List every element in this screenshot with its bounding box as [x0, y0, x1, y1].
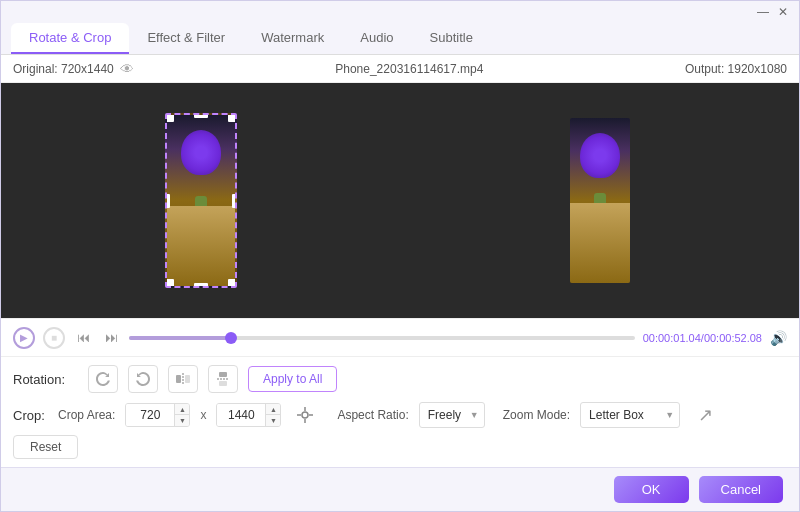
aspect-ratio-select[interactable]: Freely 16:9 4:3 1:1 9:16 [419, 402, 485, 428]
crop-width-input[interactable] [126, 404, 174, 426]
crop-handle-right[interactable] [232, 194, 237, 208]
crop-handle-bottom[interactable] [194, 283, 208, 288]
crop-handle-br[interactable] [228, 279, 236, 287]
flower-decoration-out [580, 133, 620, 178]
svg-rect-0 [176, 375, 181, 383]
crop-handle-left[interactable] [165, 194, 170, 208]
flip-horizontal-button[interactable] [168, 365, 198, 393]
output-video-frame [570, 118, 630, 283]
rotate-cw-button[interactable] [128, 365, 158, 393]
crop-width-down-button[interactable]: ▼ [175, 415, 189, 426]
crop-height-input-group: ▲ ▼ [216, 403, 281, 427]
svg-point-6 [302, 412, 308, 418]
minimize-button[interactable]: — [755, 4, 771, 20]
reset-button[interactable]: Reset [13, 435, 78, 459]
apply-to-all-button[interactable]: Apply to All [248, 366, 337, 392]
crop-height-spinners: ▲ ▼ [265, 404, 280, 426]
wrap-decoration [167, 206, 235, 286]
timeline-thumb[interactable] [225, 332, 237, 344]
crop-height-input[interactable] [217, 404, 265, 426]
svg-rect-1 [185, 375, 190, 383]
crop-handle-tr[interactable] [228, 114, 236, 122]
x-separator: x [200, 408, 206, 422]
time-display: 00:00:01.04/00:00:52.08 [643, 332, 762, 344]
crop-width-spinners: ▲ ▼ [174, 404, 189, 426]
visibility-icon[interactable]: 👁 [120, 61, 134, 77]
playback-bar: ▶ ■ ⏮ ⏭ 00:00:01.04/00:00:52.08 🔊 [1, 318, 799, 356]
controls-area: Rotation: [1, 356, 799, 467]
zoom-mode-select-wrap: Letter Box Pan & Scan Full ▼ [580, 402, 680, 428]
rotate-ccw-button[interactable] [88, 365, 118, 393]
timeline-slider[interactable] [129, 336, 635, 340]
crop-handle-bl[interactable] [166, 279, 174, 287]
filename-label: Phone_220316114617.mp4 [335, 62, 483, 76]
zoom-mode-label: Zoom Mode: [503, 408, 570, 422]
cursor-indicator: ↗ [698, 404, 713, 426]
next-frame-button[interactable]: ⏭ [101, 328, 121, 348]
tab-effect-filter[interactable]: Effect & Filter [129, 23, 243, 54]
close-button[interactable]: ✕ [775, 4, 791, 20]
tab-subtitle[interactable]: Subtitle [412, 23, 491, 54]
tab-rotate-crop[interactable]: Rotate & Crop [11, 23, 129, 54]
total-time: 00:00:52.08 [704, 332, 762, 344]
tab-audio[interactable]: Audio [342, 23, 411, 54]
aspect-ratio-label: Aspect Ratio: [337, 408, 408, 422]
current-time: 00:00:01.04 [643, 332, 701, 344]
output-preview [570, 118, 630, 283]
crop-height-up-button[interactable]: ▲ [266, 404, 280, 415]
crop-width-input-group: ▲ ▼ [125, 403, 190, 427]
flip-vertical-button[interactable] [208, 365, 238, 393]
info-bar: Original: 720x1440 👁 Phone_220316114617.… [1, 55, 799, 83]
crop-reset-position-button[interactable] [291, 401, 319, 429]
original-video-frame[interactable] [165, 113, 237, 288]
timeline-fill [129, 336, 230, 340]
tab-watermark[interactable]: Watermark [243, 23, 342, 54]
rotation-row: Rotation: [13, 365, 787, 393]
footer: OK Cancel [1, 467, 799, 511]
crop-width-up-button[interactable]: ▲ [175, 404, 189, 415]
flower-decoration [181, 130, 221, 175]
crop-handle-top[interactable] [194, 113, 208, 118]
volume-icon[interactable]: 🔊 [770, 330, 787, 346]
svg-rect-4 [219, 381, 227, 386]
output-size-label: Output: 1920x1080 [685, 62, 787, 76]
reset-row: Reset [13, 435, 787, 459]
wrap-decoration-out [570, 203, 630, 283]
aspect-ratio-select-wrap: Freely 16:9 4:3 1:1 9:16 ▼ [419, 402, 485, 428]
ok-button[interactable]: OK [614, 476, 689, 503]
crop-handle-tl[interactable] [166, 114, 174, 122]
svg-rect-3 [219, 372, 227, 377]
title-bar: — ✕ [1, 1, 799, 23]
zoom-mode-select[interactable]: Letter Box Pan & Scan Full [580, 402, 680, 428]
crop-area-label: Crop Area: [58, 408, 115, 422]
video-panel-output [400, 83, 799, 318]
crop-row: Crop: Crop Area: ▲ ▼ x ▲ ▼ [13, 401, 787, 429]
cancel-button[interactable]: Cancel [699, 476, 783, 503]
main-window: — ✕ Rotate & Crop Effect & Filter Waterm… [0, 0, 800, 512]
prev-frame-button[interactable]: ⏮ [73, 328, 93, 348]
crop-label: Crop: [13, 408, 48, 423]
original-preview [165, 113, 237, 288]
stop-button[interactable]: ■ [43, 327, 65, 349]
video-panel-original [1, 83, 400, 318]
video-area [1, 83, 799, 318]
rotation-label: Rotation: [13, 372, 78, 387]
original-size-label: Original: 720x1440 [13, 62, 114, 76]
crop-height-down-button[interactable]: ▼ [266, 415, 280, 426]
tab-bar: Rotate & Crop Effect & Filter Watermark … [1, 23, 799, 55]
play-button[interactable]: ▶ [13, 327, 35, 349]
